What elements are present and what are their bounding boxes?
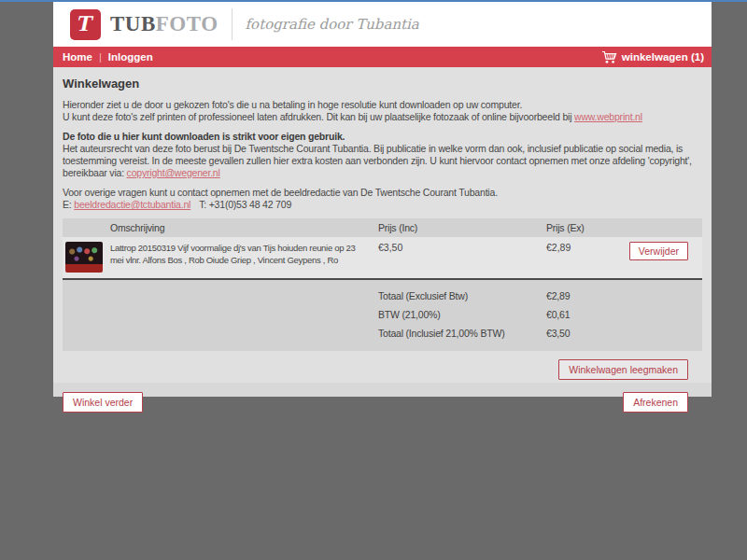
total-row-btw: BTW (21,00%) €0,61 [63, 305, 702, 324]
nav-cart-link[interactable]: winkelwagen (1) [601, 50, 704, 64]
continue-shopping-button[interactable]: Winkel verder [63, 392, 143, 413]
intro-line2: U kunt deze foto's zelf printen of profe… [63, 111, 574, 122]
total-incl-value: €3,50 [546, 328, 702, 339]
header-description: Omschrijving [110, 222, 378, 233]
cart-table-header: Omschrijving Prijs (Inc) Prijs (Ex) [63, 218, 702, 237]
nav-left: Home | Inloggen [63, 51, 153, 63]
contact-phone: T: +31(0)53 48 42 709 [199, 199, 291, 210]
cart-page-content: Winkelwagen Hieronder ziet u de door u g… [53, 67, 712, 383]
cart-icon [601, 50, 617, 64]
main-navbar: Home | Inloggen winkelwagen (1) [53, 47, 712, 67]
copyright-text: De foto die u hier kunt downloaden is st… [63, 131, 702, 179]
tubfoto-logo-icon[interactable]: T [70, 9, 101, 40]
site-tagline: fotografie door Tubantia [246, 16, 419, 33]
empty-cart-row: Winkelwagen leegmaken [63, 359, 702, 380]
nav-cart-label: winkelwagen (1) [622, 51, 704, 63]
item-price-ex: €2,89 [546, 242, 571, 253]
copyright-email-link[interactable]: copyright@wegener.nl [127, 167, 220, 178]
photo-thumbnail [65, 242, 103, 273]
contact-email-prefix: E: [63, 199, 74, 210]
total-btw-value: €0,61 [546, 309, 702, 320]
total-row-incl: Totaal (Inclusief 21,00% BTW) €3,50 [63, 324, 702, 343]
site-logo[interactable]: TUBFOTO [110, 12, 218, 36]
cart-item-row: Lattrop 20150319 Vijf voormalige dj's va… [63, 237, 702, 280]
total-btw-label: BTW (21,00%) [378, 309, 546, 320]
total-incl-label: Totaal (Inclusief 21,00% BTW) [378, 328, 546, 339]
header-price-inc: Prijs (Inc) [378, 222, 546, 233]
empty-cart-button[interactable]: Winkelwagen leegmaken [558, 359, 688, 380]
remove-item-button[interactable]: Verwijder [629, 242, 688, 260]
cart-totals: Totaal (Exclusief Btw) €2,89 BTW (21,00%… [63, 280, 702, 351]
usage-notice: De foto die u hier kunt downloaden is st… [63, 131, 345, 142]
thumbnail-cell [63, 242, 110, 273]
nav-home-link[interactable]: Home [63, 51, 92, 63]
cart-table: Omschrijving Prijs (Inc) Prijs (Ex) Latt… [63, 218, 702, 351]
item-row-end: €2,89 Verwijder [546, 242, 702, 273]
item-price-inc: €3,50 [378, 242, 546, 273]
checkout-button[interactable]: Afrekenen [623, 392, 688, 413]
contact-email-link[interactable]: beeldredactie@tctubantia.nl [74, 199, 190, 210]
intro-text: Hieronder ziet u de door u gekozen foto'… [63, 99, 702, 123]
footer-strip [53, 383, 712, 397]
intro-line1: Hieronder ziet u de door u gekozen foto'… [63, 99, 522, 110]
contact-text: Voor overige vragen kunt u contact opnem… [63, 187, 702, 211]
logo-text-light: FOTO [156, 12, 218, 35]
item-description: Lattrop 20150319 Vijf voormalige dj's va… [110, 242, 378, 273]
logo-divider [232, 8, 233, 40]
total-row-excl: Totaal (Exclusief Btw) €2,89 [63, 287, 702, 305]
header-price-ex: Prijs (Ex) [546, 222, 702, 233]
page-title: Winkelwagen [63, 77, 702, 91]
site-header: T TUBFOTO fotografie door Tubantia [53, 2, 712, 47]
nav-login-link[interactable]: Inloggen [108, 51, 153, 63]
screen: T TUBFOTO fotografie door Tubantia Home … [0, 0, 747, 560]
total-excl-value: €2,89 [546, 290, 702, 301]
webprint-link[interactable]: www.webprint.nl [574, 111, 642, 122]
logo-text-bold: TUB [110, 12, 156, 35]
site-page: T TUBFOTO fotografie door Tubantia Home … [53, 2, 712, 397]
contact-line: Voor overige vragen kunt u contact opnem… [63, 187, 498, 198]
nav-separator: | [99, 51, 102, 63]
logo-t-glyph: T [76, 12, 95, 35]
total-excl-label: Totaal (Exclusief Btw) [378, 290, 546, 301]
